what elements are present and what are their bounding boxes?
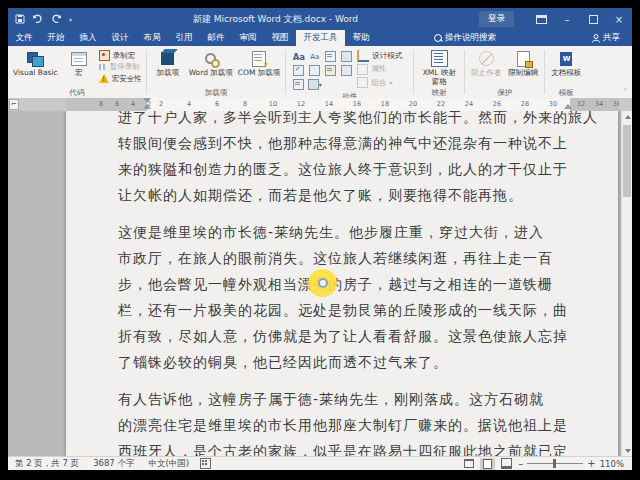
share-button[interactable]: 共享	[592, 30, 632, 46]
read-mode-button[interactable]	[461, 458, 476, 470]
document-template-button[interactable]: 文档模板	[549, 48, 583, 87]
ribbon-tab[interactable]: 布局	[136, 30, 168, 46]
ruler-number: 2	[154, 98, 168, 111]
language-indicator[interactable]: 中文(中国)	[141, 458, 196, 470]
com-addins-icon	[252, 51, 266, 67]
collapse-ribbon-icon[interactable]: ˆ	[624, 88, 628, 96]
ribbon-tab[interactable]: 设计	[104, 30, 136, 46]
signin-button[interactable]: 登录	[479, 11, 514, 27]
zoom-out-button[interactable]: –	[518, 459, 523, 469]
group-addins: 加载项 Word 加载项 COM 加载项 加载项	[147, 46, 286, 98]
block-authors-button: 阻止作者	[469, 48, 503, 87]
tell-me-search[interactable]: 操作说明搜索	[426, 30, 504, 46]
text-line: 折有致，尽如人意，仿佛就是为了让人看看舒服。这景色使旅人忘掉	[118, 323, 570, 349]
plain-text-content-control[interactable]: Aa	[307, 50, 322, 63]
ribbon-tab[interactable]: 审阅	[232, 30, 264, 46]
record-macro-button[interactable]: 录制宏	[99, 50, 142, 61]
web-layout-icon	[501, 458, 512, 469]
group-templates-label: 模板	[549, 87, 583, 98]
paragraph: 这便是维里埃的市长德-莱纳先生。他步履庄重，穿过大街，进入市政厅，在旅人的眼前消…	[118, 219, 570, 375]
text-line: 步，他会瞥见一幢外观相当漂亮的房子，越过与之相连的一道铁栅	[118, 271, 570, 297]
picture-content-control[interactable]	[307, 64, 322, 77]
scrollbar-thumb[interactable]	[623, 125, 631, 197]
ruler-number: 26	[490, 98, 504, 111]
design-mode-label: 设计模式	[372, 51, 402, 61]
close-button[interactable]: ×	[606, 8, 632, 30]
maximize-button[interactable]	[580, 8, 606, 30]
macro-security-button[interactable]: 宏安全性	[99, 73, 142, 84]
ribbon-tab[interactable]: 开发工具	[296, 30, 345, 46]
save-icon[interactable]	[15, 14, 25, 24]
ribbon-tab[interactable]: 邮件	[200, 30, 232, 46]
page-indicator[interactable]: 第 2 页，共 7 页	[8, 458, 86, 470]
macro-security-label: 宏安全性	[112, 74, 142, 84]
first-line-indent-marker[interactable]	[143, 98, 151, 103]
ribbon-tab[interactable]: 文件	[8, 30, 40, 46]
horizontal-ruler[interactable]: 8642 24681012141618202224262830 323436	[66, 98, 619, 111]
macro-record-status-icon[interactable]	[200, 458, 211, 469]
web-layout-button[interactable]	[499, 458, 514, 470]
properties-icon	[357, 64, 368, 75]
statusbar-right: – + 110%	[461, 458, 632, 470]
scroll-up-button[interactable]	[622, 111, 632, 122]
text-line: 进了十户人家，多半会听到主人夸奖他们的市长能干。然而，外来的旅人	[118, 111, 570, 130]
addins-label: 加载项	[156, 69, 179, 78]
rich-text-content-control[interactable]: Aa	[291, 50, 306, 63]
undo-icon[interactable]	[32, 14, 44, 24]
block-authors-icon	[479, 51, 494, 66]
xml-mapping-pane-button[interactable]: XML 映射窗格	[418, 48, 460, 87]
word-addins-label: Word 加载项	[189, 69, 233, 78]
zoom-level[interactable]: 110%	[600, 459, 624, 469]
ribbon-tab-row: 文件 开始 插入 设计 布局 引用 邮件 审阅 视图 开发工具 帮助	[8, 30, 632, 46]
text-line: 市政厅，在旅人的眼前消失。这位旅人若继续闲逛，再往上走一百	[118, 245, 570, 271]
properties-label: 属性	[371, 64, 386, 74]
ruler-number: 8	[238, 98, 252, 111]
quick-access-toolbar: ▾	[8, 14, 72, 24]
hanging-indent-marker[interactable]	[143, 104, 151, 109]
com-addins-button[interactable]: COM 加载项	[237, 48, 282, 87]
addins-button[interactable]: 加载项	[151, 48, 185, 87]
word-addins-button[interactable]: Word 加载项	[188, 48, 234, 87]
ribbon-tab[interactable]: 引用	[168, 30, 200, 46]
zoom-slider[interactable]	[527, 463, 583, 464]
print-layout-icon	[483, 459, 492, 469]
right-indent-marker[interactable]	[564, 104, 572, 109]
tab-stop-selector[interactable]: ⌐	[9, 99, 19, 110]
check-box-content-control[interactable]	[291, 64, 306, 77]
dropdown-list-content-control[interactable]	[291, 78, 306, 91]
restrict-editing-label: 限制编辑	[508, 69, 538, 78]
ribbon-tab[interactable]: 视图	[264, 30, 296, 46]
restrict-editing-button[interactable]: 限制编辑	[506, 48, 540, 87]
ribbon-tab[interactable]: 帮助	[345, 30, 377, 46]
ruler-number: 36	[610, 98, 619, 111]
ribbon-tab[interactable]: 插入	[72, 30, 104, 46]
macros-button[interactable]: 宏	[62, 48, 96, 87]
building-block-gallery-control[interactable]	[323, 64, 338, 77]
record-macro-label: 录制宏	[113, 51, 136, 61]
print-layout-button[interactable]	[480, 458, 495, 470]
document-area: 进了十户人家，多半会听到主人夸奖他们的市长能干。然而，外来的旅人转眼间便会感到不…	[8, 111, 632, 456]
minimize-button[interactable]: –	[554, 8, 580, 30]
combo-box-content-control[interactable]	[323, 50, 338, 63]
text-line: 了锱铢必较的铜臭，他已经因此而透不过气来了。	[118, 349, 570, 375]
ruler-number: 28	[518, 98, 532, 111]
controls-gallery: Aa Aa ▾	[290, 48, 354, 91]
com-addins-label: COM 加载项	[238, 69, 281, 78]
design-mode-button[interactable]: 设计模式	[357, 50, 409, 61]
redo-icon[interactable]	[51, 14, 62, 24]
zoom-in-button[interactable]: +	[587, 459, 595, 469]
date-picker-content-control[interactable]	[339, 50, 354, 63]
visual-basic-button[interactable]: Visual Basic	[12, 48, 59, 87]
legacy-tools-button[interactable]: ▾	[307, 78, 322, 91]
title-bar: ▾ 新建 Microsoft Word 文档.docx - Word 登录 – …	[8, 8, 632, 30]
repeating-section-control[interactable]	[339, 64, 354, 77]
ribbon-tab[interactable]: 开始	[40, 30, 72, 46]
zoom-slider-thumb[interactable]	[553, 459, 556, 468]
addins-icon	[161, 52, 174, 65]
ribbon-display-options-icon[interactable]	[528, 8, 554, 30]
vertical-scrollbar[interactable]	[621, 111, 632, 456]
document-page[interactable]: 进了十户人家，多半会听到主人夸奖他们的市长能干。然而，外来的旅人转眼间便会感到不…	[66, 111, 618, 456]
macro-security-icon	[99, 74, 109, 83]
word-count[interactable]: 3687 个字	[86, 458, 141, 470]
scroll-down-button[interactable]	[622, 445, 632, 456]
